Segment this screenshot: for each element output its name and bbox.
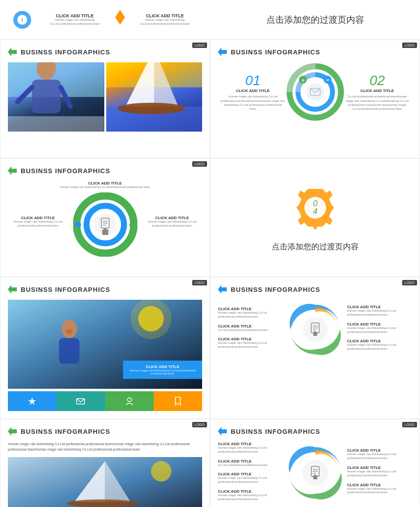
panel-8-header: BUSINSS INFOGRAPHICS [218, 427, 412, 436]
swirl-row-b1: CLICK ADD TITLE Human magic rain Adverti… [218, 442, 283, 454]
text-block: Human magic rain Advertising Co.Ltd prof… [8, 442, 202, 452]
circular-panel: CLICK ADD TITLE Human magic rain Adverti… [8, 192, 202, 259]
svg-marker-3 [115, 10, 125, 25]
arrow-icon-8 [218, 427, 227, 436]
swirl-center-chart-2 [286, 443, 345, 505]
gear-svg: 0 4 [291, 183, 340, 232]
swirl-row-b7: CLICK ADD TITLE Human magic rain Adverti… [347, 483, 413, 495]
swirl-row-6: CLICK ADD TITLE Human magic rain Adverti… [347, 339, 413, 351]
circ-item-left-1: CLICK ADD TITLE Human magic rain Adverti… [8, 216, 68, 228]
svg-marker-18 [218, 47, 227, 56]
icon-bar [8, 391, 202, 411]
swirl-row-1: CLICK ADD TITLE Human magic rain Adverti… [218, 307, 283, 319]
svg-point-74 [302, 460, 328, 486]
circ-center-chart [73, 192, 137, 259]
swirl-center-chart [286, 300, 345, 361]
svg-point-49 [130, 300, 171, 339]
panel-gear: 0 4 点击添加您的过渡页内容 [210, 158, 420, 277]
svg-text:✉: ✉ [326, 78, 329, 83]
mail-icon [76, 396, 85, 406]
circ-item-right-1: CLICK ADD TITLE Human magic rain Adverti… [142, 216, 203, 228]
swirl-svg-2 [286, 443, 345, 503]
icon-bar-item-2 [56, 391, 105, 411]
panel-donut: BUSINSS INFOGRAPHICS 01 CLICK ADD TITLE … [210, 40, 420, 158]
svg-point-55 [127, 398, 131, 402]
svg-rect-9 [32, 80, 61, 113]
svg-marker-56 [175, 397, 180, 405]
svg-rect-64 [313, 333, 317, 336]
swirl-right: CLICK ADD TITLE Human magic rain Adverti… [347, 305, 413, 356]
logo-badge-3: LOGO [192, 161, 207, 167]
svg-point-17 [118, 103, 185, 114]
icon-bar-item-3 [105, 391, 154, 411]
panel-2-header: BUSINSS INFOGRAPHICS [218, 47, 412, 56]
swirl-row-b4: CLICK ADD TITLE Human magic rain Adverti… [218, 489, 283, 502]
arrow-icon-7 [8, 427, 17, 436]
svg-point-25 [306, 83, 324, 101]
svg-point-67 [151, 461, 171, 481]
svg-point-52 [66, 329, 73, 334]
panel-6-header: BUSINSS INFOGRAPHICS [218, 285, 412, 294]
logo-badge-1: LOGO [192, 43, 207, 48]
panel-3-header: BUSINSS INFOGRAPHICS [8, 166, 202, 175]
panel-big-photo: BUSINSS INFOGRAPHICS [0, 277, 210, 419]
bottom-photo [8, 457, 202, 507]
circle-chart-svg [73, 192, 137, 257]
gear-container: 0 4 [291, 183, 340, 234]
photo-item-2: CLICK ADD TITLE Human magic rain Adverti… [106, 62, 203, 132]
photo-item-1: CLICK ADD TITLE Human magic rain Adverti… [8, 62, 104, 132]
swirl-row-b6: CLICK ADD TITLE Human magic rain Adverti… [347, 465, 413, 478]
bookmark-icon [173, 396, 183, 406]
icon-bar-item-4 [154, 391, 202, 411]
big-photo: CLICK ADD TITLE Human magic rain Adverti… [8, 300, 202, 389]
swirl-svg [286, 300, 345, 359]
person-icon [125, 396, 134, 406]
swirl-row-2: CLICK ADD TITLE Co.Ltd professional prof… [218, 324, 283, 332]
photo-grid: CLICK ADD TITLE Human magic rain Adverti… [8, 62, 202, 132]
svg-text:0: 0 [313, 199, 317, 208]
svg-text:i: i [22, 17, 23, 23]
logo-badge-7: LOGO [192, 422, 207, 427]
svg-rect-80 [313, 477, 317, 479]
swirl-panel: CLICK ADD TITLE Human magic rain Adverti… [218, 300, 412, 361]
svg-point-58 [303, 317, 328, 342]
center-title-block: CLICK ADD TITLE Human magic rain Adverti… [8, 181, 202, 188]
swirl-row-5: CLICK ADD TITLE Human magic rain Adverti… [347, 322, 413, 334]
panel-5-header: BUSINSS INFOGRAPHICS [8, 285, 202, 294]
top-section: i CLICK ADD TITLE Human magic rain Adver… [0, 0, 420, 40]
svg-point-41 [129, 222, 135, 228]
top-circle-icon: i [12, 10, 32, 30]
child-figure [8, 62, 104, 132]
main-grid: BUSINSS INFOGRAPHICS [0, 40, 420, 507]
svg-marker-30 [8, 166, 17, 175]
svg-point-42 [103, 252, 107, 256]
svg-rect-39 [102, 231, 108, 235]
star-icon [27, 396, 37, 406]
panel-bottom-right: BUSINSS INFOGRAPHICS CLICK ADD TITLE Hum… [210, 419, 420, 507]
arrow-icon-2 [218, 47, 227, 56]
svg-point-40 [75, 222, 81, 228]
svg-marker-4 [8, 47, 17, 56]
arrow-down-icon [115, 10, 125, 30]
panel-circular: BUSINSS INFOGRAPHICS CLICK ADD TITLE Hum… [0, 158, 210, 277]
sailing-figure [106, 62, 203, 132]
svg-marker-73 [218, 427, 227, 436]
top-card-2: CLICK ADD TITLE Human magic rain Adverti… [130, 13, 201, 26]
panel-bottom-left: BUSINSS INFOGRAPHICS Human magic rain Ad… [0, 419, 210, 507]
icon-bar-item-1 [8, 391, 56, 411]
arrow-icon-6 [218, 285, 227, 294]
panel-7-header: BUSINSS INFOGRAPHICS [8, 427, 202, 436]
swirl-right-2: CLICK ADD TITLE Human magic rain Adverti… [347, 448, 413, 500]
top-card-1: CLICK ADD TITLE Human magic rain Adverti… [40, 13, 110, 26]
panel-1-header: BUSINSS INFOGRAPHICS [8, 47, 202, 56]
panel-swirl: BUSINSS INFOGRAPHICS CLICK ADD TITLE Hum… [210, 277, 420, 419]
donut-left-info: 01 CLICK ADD TITLE Human magic rain Adve… [220, 73, 286, 111]
logo-badge-5: LOGO [192, 280, 207, 285]
photo-overlay: CLICK ADD TITLE Human magic rain Adverti… [123, 361, 202, 379]
circ-left: CLICK ADD TITLE Human magic rain Adverti… [8, 216, 68, 235]
svg-text:⊕: ⊕ [301, 78, 304, 83]
top-right-transition: 点击添加您的过渡页内容 [210, 0, 420, 39]
svg-marker-46 [8, 285, 17, 294]
svg-marker-57 [218, 285, 227, 294]
swirl-left: CLICK ADD TITLE Human magic rain Adverti… [218, 307, 283, 354]
